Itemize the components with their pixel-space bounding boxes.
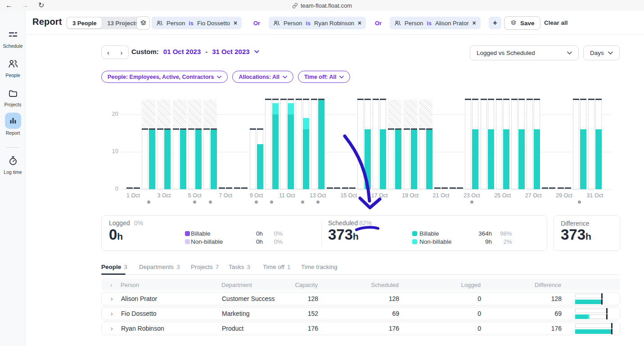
tab-time-tracking[interactable]: Time tracking: [301, 264, 338, 270]
address-bar[interactable]: team-float.float.com: [0, 0, 644, 11]
scheduled-billable-fill: [195, 129, 202, 189]
capacity-cap-mark: [465, 99, 471, 100]
save-button[interactable]: Save: [504, 16, 540, 30]
scheduled-label: Scheduled: [328, 219, 358, 227]
time-off-hatch: [404, 100, 417, 129]
prev-period-button[interactable]: ‹: [101, 46, 115, 59]
capacity-cap-mark: [272, 99, 279, 100]
capacity-bar: [296, 100, 302, 189]
capacity-bar: [481, 100, 487, 189]
zero-capacity-dash: [565, 187, 571, 189]
sidebar-item-report[interactable]: Report: [0, 113, 26, 136]
scheduled-billable-fill: [365, 129, 371, 189]
expand-row-icon[interactable]: ›: [111, 325, 113, 332]
capacity-cap-mark: [426, 128, 432, 130]
filter-chip-person-2[interactable]: Person is Ryan Robinson ×: [269, 17, 366, 29]
expand-row-icon[interactable]: ›: [111, 295, 113, 302]
timeoff-filter-pill[interactable]: Time off: All: [298, 71, 351, 83]
chevron-down-icon[interactable]: [254, 50, 259, 53]
person-name: Ryan Robinson: [121, 325, 164, 332]
scheduled-billable-fill: [257, 144, 263, 189]
scheduled-nonbillable-fill: [303, 118, 309, 129]
capacity-tick: [606, 314, 608, 319]
sidebar-item-projects[interactable]: Projects: [0, 87, 26, 107]
nonbillable-swatch: [412, 239, 417, 244]
table-row[interactable]: › Fio Dossetto Marketing 152 69 0 69: [101, 307, 620, 320]
filter-chip-person-1[interactable]: Person is Fio Dossetto ×: [152, 17, 242, 29]
schedule-icon: [6, 29, 20, 41]
tab-projects[interactable]: Projects7: [191, 264, 219, 270]
allocations-filter-pill[interactable]: Allocations: All: [232, 71, 293, 83]
scheduled-value: 128: [354, 295, 399, 302]
remove-filter-icon[interactable]: ×: [234, 19, 237, 27]
sidebar-divider: [6, 147, 19, 148]
tab-time-off[interactable]: Time off1: [263, 264, 291, 270]
expand-all-icon[interactable]: ›: [110, 281, 112, 288]
department: Marketing: [222, 310, 249, 317]
sidebar: Schedule People Projects Report Log tim: [0, 11, 26, 346]
y-axis-tick-label: 10: [101, 148, 118, 155]
sidebar-item-schedule[interactable]: Schedule: [0, 29, 26, 49]
scheduled-nonbillable-fill: [272, 103, 279, 114]
start-date[interactable]: 01 Oct 2023: [163, 48, 201, 55]
remove-filter-icon[interactable]: ×: [472, 19, 476, 27]
clear-all-button[interactable]: Clear all: [544, 19, 568, 26]
tab-departments[interactable]: Departments3: [139, 264, 180, 270]
capacity-cap-mark: [180, 128, 186, 130]
capacity-cap-mark: [288, 99, 294, 100]
people-projects-toggle: 3 People 13 Projects: [66, 17, 145, 29]
capacity-bar: [173, 129, 179, 189]
tab-people[interactable]: People3: [101, 264, 127, 270]
scheduled-billable-fill: [395, 129, 401, 189]
person-icon: [273, 20, 280, 27]
capacity-cap-mark: [365, 99, 371, 100]
logged-mini-bar: [575, 294, 602, 298]
people-filter-pill[interactable]: People: Employees, Active, Contractors: [101, 71, 228, 83]
capacity-cap-mark: [580, 99, 586, 100]
saved-views-button[interactable]: [136, 16, 150, 30]
x-axis-tick-label: 5 Oct: [181, 192, 208, 199]
end-date[interactable]: 31 Oct 2023: [212, 48, 249, 55]
day-marker-dot: [578, 200, 581, 204]
capacity-cap-mark: [296, 99, 302, 100]
url-text: team-float.float.com: [301, 2, 352, 9]
table-row[interactable]: › Ryan Robinson Product 176 176 0 176: [101, 322, 620, 335]
scheduled-nonbillable-fill: [288, 103, 294, 114]
capacity-cap-mark: [357, 99, 364, 100]
sidebar-item-people[interactable]: People: [0, 58, 26, 78]
scheduled-billable-fill: [518, 129, 525, 189]
capacity-cap-mark: [303, 99, 309, 100]
expand-row-icon[interactable]: ›: [111, 310, 113, 317]
scheduled-billable-fill: [575, 300, 602, 304]
capacity-cap-mark: [472, 99, 478, 100]
capacity-bar: [419, 129, 425, 189]
tab-tasks[interactable]: Tasks3: [229, 264, 250, 270]
time-off-hatch: [173, 100, 186, 129]
mode-select[interactable]: Logged vs Scheduled: [470, 46, 579, 60]
scheduled-billable-fill: [575, 314, 588, 319]
report-icon: [5, 113, 21, 129]
table-row[interactable]: › Alison Prator Customer Success 128 128…: [101, 292, 620, 305]
zero-capacity-dash: [441, 187, 448, 189]
sidebar-item-log-time[interactable]: Log time: [0, 155, 26, 175]
row-mini-bars: [575, 309, 619, 319]
toggle-people[interactable]: 3 People: [67, 18, 102, 28]
day-marker-dot: [209, 200, 212, 204]
x-axis-tick-label: 1 Oct: [120, 192, 147, 199]
day-marker-dot: [147, 200, 150, 204]
unit-select[interactable]: Days: [583, 46, 620, 60]
scheduled-billable-fill: [426, 129, 432, 189]
capacity-cap-mark: [142, 128, 148, 130]
capacity-cap-mark: [380, 99, 386, 100]
logged-value: 0: [436, 310, 481, 317]
x-axis-tick-label: 19 Oct: [397, 192, 424, 199]
float-report-page: ← → ↻ team-float.float.com Schedule Peop…: [0, 0, 644, 346]
next-period-button[interactable]: ›: [115, 46, 129, 59]
capacity-cap-mark: [257, 128, 263, 130]
remove-filter-icon[interactable]: ×: [358, 19, 361, 27]
scheduled-billable-fill: [164, 129, 171, 189]
add-filter-button[interactable]: +: [489, 17, 501, 29]
scheduled-nonbillable-fill: [588, 314, 590, 319]
filter-chip-person-3[interactable]: Person is Alison Prator ×: [390, 17, 481, 29]
difference-value: 128: [517, 295, 562, 302]
